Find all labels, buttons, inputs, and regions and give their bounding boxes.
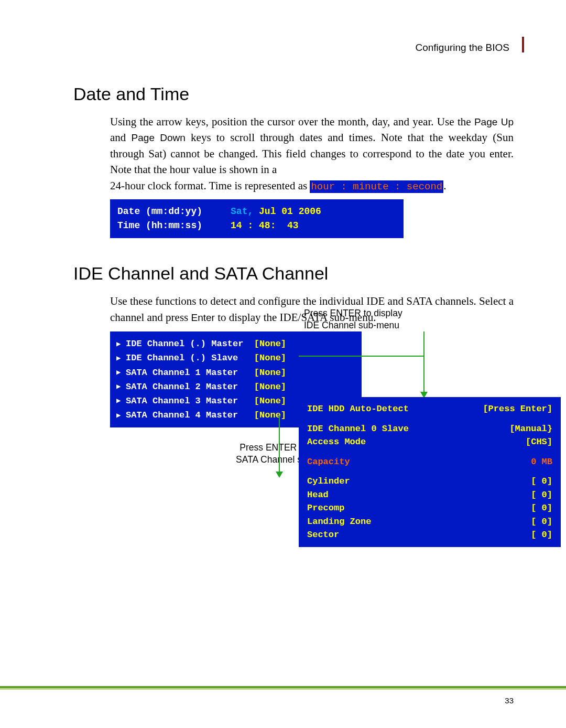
bios-channel-row: ▶SATA Channel 2 Master [None]	[116, 380, 355, 394]
text: .	[443, 179, 446, 192]
bios-time-value: 14 : 48: 43	[231, 219, 299, 233]
channel-label: SATA Channel 1 Master	[126, 366, 254, 380]
submenu-value: [ 0]	[531, 515, 552, 529]
submenu-label: IDE HDD Auto-Detect	[307, 402, 409, 416]
key-enter: Enter	[191, 312, 215, 323]
bios-date-time-box: Date (mm:dd:yy) Sat, Jul 01 2006 Time (h…	[110, 199, 404, 238]
submenu-value: [Press Enter]	[483, 402, 552, 416]
submenu-value: [Manual}	[509, 422, 552, 436]
submenu-value: 0 MB	[531, 455, 552, 469]
submenu-label: Sector	[307, 528, 339, 542]
bios-channel-row: ▶SATA Channel 1 Master [None]	[116, 366, 355, 380]
channel-value: [None]	[254, 380, 286, 394]
submenu-arrow-icon: ▶	[116, 338, 126, 350]
bios-label: Date (mm:dd:yy)	[117, 205, 231, 219]
bios-row: Capacity 0 MB	[307, 455, 552, 469]
submenu-value: [ 0]	[531, 528, 552, 542]
bios-weekday: Sat,	[231, 205, 259, 219]
bios-channel-row: ▶IDE Channel (.) Slave [None]	[116, 351, 355, 365]
channel-label: IDE Channel (.) Master	[126, 337, 254, 351]
caption-line: IDE Channel sub-menu	[304, 319, 402, 331]
key-page-down: Page Down	[132, 132, 186, 143]
bios-row: IDE HDD Auto-Detect[Press Enter]	[307, 402, 552, 416]
submenu-arrow-icon: ▶	[116, 367, 126, 378]
submenu-value: [ 0]	[531, 475, 552, 488]
bios-submenu-box: IDE HDD Auto-Detect[Press Enter] IDE Cha…	[299, 397, 561, 547]
bios-label: Time (hh:mm:ss)	[117, 219, 231, 233]
channel-label: IDE Channel (.) Slave	[126, 351, 254, 365]
arrow-down-icon	[276, 472, 283, 478]
submenu-arrow-icon: ▶	[116, 352, 126, 364]
bios-row: Precomp[ 0]	[307, 501, 552, 515]
submenu-value: [CHS]	[526, 435, 552, 449]
submenu-label: Precomp	[307, 501, 344, 515]
submenu-arrow-icon: ▶	[116, 395, 126, 406]
footer-stripe	[0, 686, 566, 691]
channel-value: [None]	[254, 408, 286, 422]
connector-line	[423, 331, 424, 356]
caption-ide-submenu: Press ENTER to display IDE Channel sub-m…	[304, 307, 402, 331]
section-title-date-time: Date and Time	[73, 84, 514, 104]
channel-label: SATA Channel 3 Master	[126, 394, 254, 408]
submenu-label: Capacity	[307, 455, 350, 469]
text: and	[110, 131, 132, 144]
submenu-value: [ 0]	[531, 488, 552, 502]
header-accent-bar	[522, 37, 524, 52]
running-header: Configuring the BIOS	[73, 42, 514, 53]
text: Using the arrow keys, position the curso…	[110, 115, 474, 128]
bios-date-value: Jul 01 2006	[259, 205, 321, 219]
channel-value: [None]	[254, 366, 286, 380]
channel-diagram-area: ▶IDE Channel (.) Master [None] ▶IDE Chan…	[110, 331, 514, 427]
submenu-label: Head	[307, 488, 329, 502]
bios-channel-row: ▶IDE Channel (.) Master [None]	[116, 337, 355, 351]
body-paragraph: Using the arrow keys, position the curso…	[110, 114, 514, 178]
text: 24-hour clock format. Time is represente…	[110, 179, 310, 192]
submenu-label: IDE Channel 0 Slave	[307, 422, 409, 436]
submenu-value: [ 0]	[531, 501, 552, 515]
channel-label: SATA Channel 4 Master	[126, 408, 254, 422]
bios-row: Cylinder[ 0]	[307, 475, 552, 488]
submenu-arrow-icon: ▶	[116, 381, 126, 392]
key-page-up: Page Up	[474, 116, 514, 127]
submenu-label: Cylinder	[307, 475, 350, 488]
submenu-arrow-icon: ▶	[116, 410, 126, 421]
channel-value: [None]	[254, 394, 286, 408]
bios-row: Head[ 0]	[307, 488, 552, 502]
channel-label: SATA Channel 2 Master	[126, 380, 254, 394]
section-title-ide-sata: IDE Channel and SATA Channel	[73, 263, 514, 284]
submenu-label: Access Mode	[307, 435, 366, 449]
bios-row: Landing Zone[ 0]	[307, 515, 552, 529]
bios-row: IDE Channel 0 Slave[Manual}	[307, 422, 552, 436]
connector-line	[299, 356, 424, 357]
connector-line	[279, 415, 280, 473]
bios-row: Access Mode[CHS]	[307, 435, 552, 449]
channel-value: [None]	[254, 337, 286, 351]
bios-row: Time (hh:mm:ss) 14 : 48: 43	[117, 219, 396, 233]
connector-line	[423, 356, 424, 393]
caption-line: Press ENTER to display	[304, 307, 402, 319]
highlight-time-format: hour : minute : second	[310, 180, 443, 193]
bios-row: Sector[ 0]	[307, 528, 552, 542]
body-paragraph: 24-hour clock format. Time is represente…	[110, 178, 514, 195]
channel-value: [None]	[254, 351, 286, 365]
submenu-label: Landing Zone	[307, 515, 371, 529]
page-number: 33	[505, 696, 514, 705]
bios-row: Date (mm:dd:yy) Sat, Jul 01 2006	[117, 205, 396, 219]
